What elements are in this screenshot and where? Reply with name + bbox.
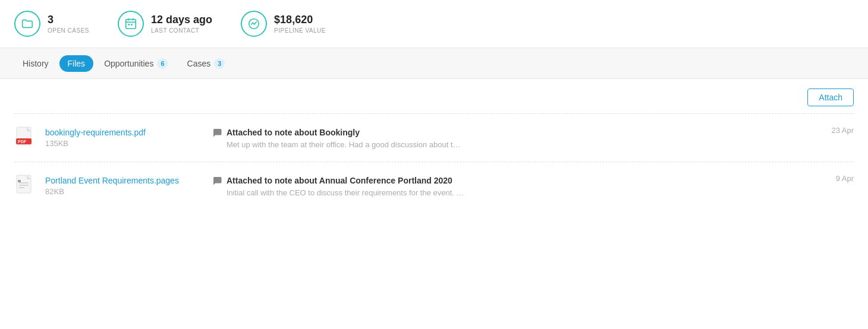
tab-cases[interactable]: Cases 3 xyxy=(179,55,234,72)
pages-file-icon: ··· xyxy=(14,173,37,199)
file-name-pdf[interactable]: bookingly-requirements.pdf xyxy=(45,128,146,137)
tab-navigation: History Files Opportunities 6 Cases 3 xyxy=(0,48,868,79)
file-note-excerpt-pages: Initial call with the CEO to discuss the… xyxy=(227,188,824,197)
stat-pipeline-value: $18,620 PIPELINE VALUE xyxy=(241,11,326,37)
file-note-excerpt-pdf: Met up with the team at their office. Ha… xyxy=(227,140,819,149)
file-size-pages: 82KB xyxy=(45,187,188,196)
file-note-title-pages: Attached to note about Annual Conference… xyxy=(212,175,824,186)
svg-rect-4 xyxy=(128,24,130,26)
svg-text:PDF: PDF xyxy=(18,140,27,144)
tab-opportunities[interactable]: Opportunities 6 xyxy=(96,55,176,72)
file-size-pdf: 135KB xyxy=(45,139,188,148)
svg-text:···: ··· xyxy=(18,181,20,184)
attach-row: Attach xyxy=(14,79,854,113)
tab-files[interactable]: Files xyxy=(59,55,94,72)
files-content: Attach PDF bookingly-requirements.pdf 13… xyxy=(0,79,868,210)
calendar-icon xyxy=(118,11,144,37)
file-date-pdf: 23 Apr xyxy=(831,125,854,135)
pdf-file-icon: PDF xyxy=(14,125,37,151)
file-meta-pages: Portland Event Requirements.pages 82KB xyxy=(45,176,188,196)
open-cases-label: OPEN CASES xyxy=(48,27,89,34)
open-cases-value: 3 xyxy=(48,14,89,27)
svg-rect-5 xyxy=(131,24,133,26)
file-item: ··· Portland Event Requirements.pages 82… xyxy=(14,162,854,210)
file-note-pages: Attached to note about Annual Conference… xyxy=(212,175,824,197)
file-note-title-pdf: Attached to note about Bookingly xyxy=(212,127,819,138)
file-name-pages[interactable]: Portland Event Requirements.pages xyxy=(45,176,179,185)
tab-opportunities-label: Opportunities xyxy=(104,59,153,68)
tab-opportunities-badge: 6 xyxy=(157,58,168,69)
tab-files-label: Files xyxy=(68,59,86,68)
file-date-pages: 9 Apr xyxy=(836,173,854,183)
stats-bar: 3 OPEN CASES 12 days ago LAST CONTACT xyxy=(0,0,868,48)
tab-history[interactable]: History xyxy=(14,55,57,72)
tab-cases-badge: 3 xyxy=(214,58,225,69)
folder-icon xyxy=(14,11,40,37)
last-contact-value: 12 days ago xyxy=(151,14,212,27)
stat-open-cases: 3 OPEN CASES xyxy=(14,11,89,37)
chart-icon xyxy=(241,11,267,37)
file-meta-pdf: bookingly-requirements.pdf 135KB xyxy=(45,128,188,148)
tab-cases-label: Cases xyxy=(187,59,211,68)
pipeline-value-label: PIPELINE VALUE xyxy=(274,27,326,34)
last-contact-label: LAST CONTACT xyxy=(151,27,212,34)
stat-last-contact: 12 days ago LAST CONTACT xyxy=(118,11,212,37)
file-item: PDF bookingly-requirements.pdf 135KB Att… xyxy=(14,113,854,162)
file-note-pdf: Attached to note about Bookingly Met up … xyxy=(212,127,819,149)
file-list: PDF bookingly-requirements.pdf 135KB Att… xyxy=(14,113,854,210)
attach-button[interactable]: Attach xyxy=(807,88,854,106)
note-bubble-icon-2 xyxy=(212,175,222,186)
pipeline-value-value: $18,620 xyxy=(274,14,326,27)
tab-history-label: History xyxy=(23,59,49,68)
note-bubble-icon xyxy=(212,127,222,138)
